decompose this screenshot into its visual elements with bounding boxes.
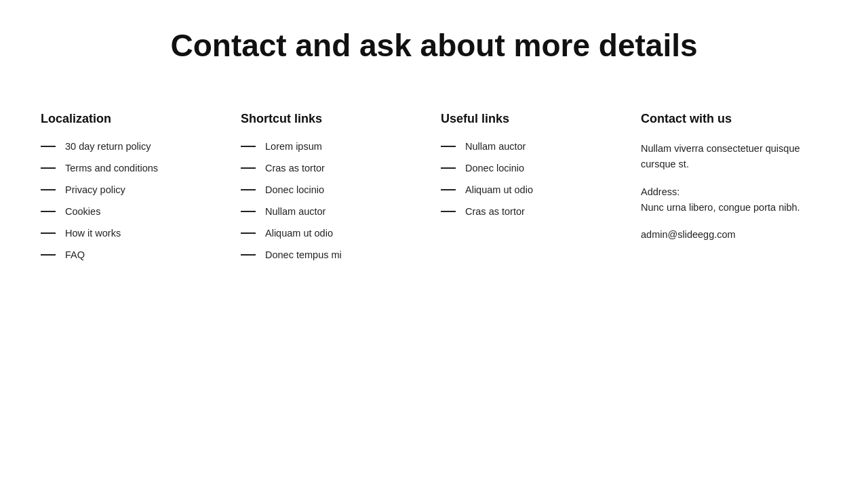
contact-description: Nullam viverra consectetuer quisque curs… <box>641 141 827 172</box>
list-item-label: Cras as tortor <box>265 163 325 174</box>
list-item[interactable]: Aliquam ut odio <box>441 184 627 195</box>
list-item[interactable]: Donec locinio <box>441 163 627 174</box>
list-item[interactable]: Aliquam ut odio <box>241 228 427 239</box>
list-item[interactable]: How it works <box>41 228 227 239</box>
list-item[interactable]: Cookies <box>41 206 227 217</box>
contact-address-value: Nunc urna libero, congue porta nibh. <box>641 200 827 216</box>
list-item-label: Aliquam ut odio <box>265 228 333 239</box>
list-item-label: Lorem ipsum <box>265 141 322 152</box>
list-item-label: Privacy policy <box>65 184 125 195</box>
localization-column: Localization 30 day return policyTerms a… <box>41 112 227 271</box>
list-item[interactable]: Privacy policy <box>41 184 227 195</box>
list-item-label: Donec locinio <box>265 184 324 195</box>
columns-row: Localization 30 day return policyTerms a… <box>41 112 827 271</box>
dash-icon <box>441 211 456 212</box>
dash-icon <box>41 254 56 256</box>
list-item[interactable]: Nullam auctor <box>241 206 427 217</box>
useful-links-heading: Useful links <box>441 112 627 126</box>
dash-icon <box>41 232 56 234</box>
list-item[interactable]: Donec tempus mi <box>241 249 427 260</box>
list-item[interactable]: 30 day return policy <box>41 141 227 152</box>
list-item-label: Nullam auctor <box>265 206 326 217</box>
page-title: Contact and ask about more details <box>170 27 697 64</box>
localization-heading: Localization <box>41 112 227 126</box>
contact-email[interactable]: admin@slideegg.com <box>641 229 827 240</box>
list-item-label: Nullam auctor <box>465 141 526 152</box>
contact-heading: Contact with us <box>641 112 827 126</box>
dash-icon <box>41 211 56 212</box>
list-item-label: Donec locinio <box>465 163 524 174</box>
list-item-label: Cookies <box>65 206 100 217</box>
list-item-label: 30 day return policy <box>65 141 151 152</box>
shortcut-links-heading: Shortcut links <box>241 112 427 126</box>
list-item-label: Aliquam ut odio <box>465 184 533 195</box>
dash-icon <box>241 254 256 256</box>
list-item[interactable]: Cras as tortor <box>241 163 427 174</box>
shortcut-links-column: Shortcut links Lorem ipsumCras as tortor… <box>241 112 427 271</box>
dash-icon <box>241 189 256 190</box>
dash-icon <box>441 146 456 147</box>
contact-column: Contact with us Nullam viverra consectet… <box>641 112 827 240</box>
list-item-label: Terms and conditions <box>65 163 158 174</box>
list-item[interactable]: Donec locinio <box>241 184 427 195</box>
dash-icon <box>241 232 256 234</box>
dash-icon <box>241 167 256 169</box>
list-item[interactable]: Lorem ipsum <box>241 141 427 152</box>
list-item-label: FAQ <box>65 249 85 260</box>
list-item[interactable]: Nullam auctor <box>441 141 627 152</box>
dash-icon <box>441 167 456 169</box>
dash-icon <box>241 146 256 147</box>
list-item[interactable]: Terms and conditions <box>41 163 227 174</box>
dash-icon <box>41 189 56 190</box>
useful-links-column: Useful links Nullam auctorDonec locinioA… <box>441 112 627 228</box>
dash-icon <box>41 167 56 169</box>
list-item[interactable]: Cras as tortor <box>441 206 627 217</box>
list-item-label: Donec tempus mi <box>265 249 342 260</box>
shortcut-link-items: Lorem ipsumCras as tortorDonec locinioNu… <box>241 141 427 271</box>
useful-link-items: Nullam auctorDonec locinioAliquam ut odi… <box>441 141 627 228</box>
dash-icon <box>241 211 256 212</box>
list-item-label: Cras as tortor <box>465 206 525 217</box>
dash-icon <box>41 146 56 147</box>
dash-icon <box>441 189 456 190</box>
contact-address-label: Address: <box>641 186 827 197</box>
list-item-label: How it works <box>65 228 121 239</box>
page-wrapper: Contact and ask about more details Local… <box>0 0 868 488</box>
list-item[interactable]: FAQ <box>41 249 227 260</box>
localization-items: 30 day return policyTerms and conditions… <box>41 141 227 271</box>
